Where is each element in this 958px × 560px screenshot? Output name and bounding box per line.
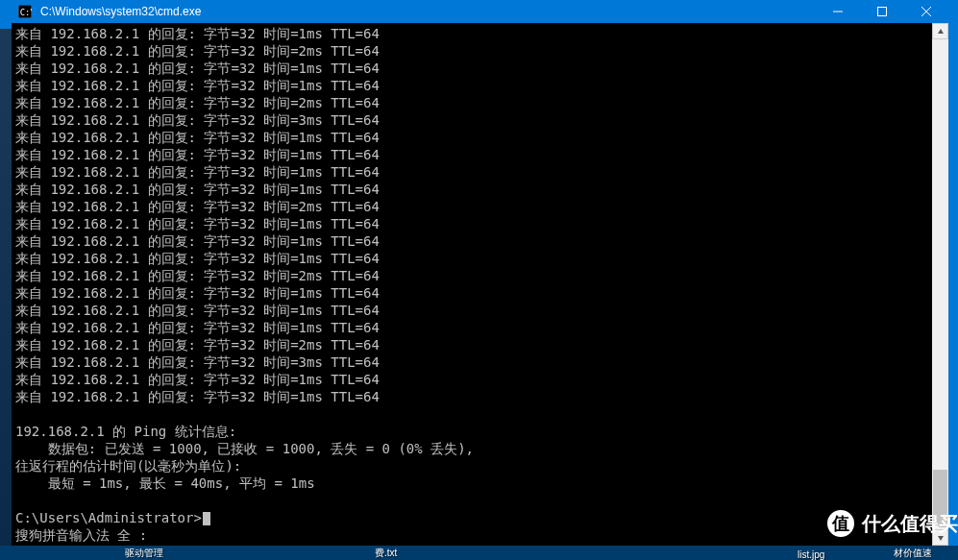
taskbar-item[interactable]: 驱动管理 — [125, 547, 163, 560]
window-controls — [816, 0, 948, 23]
ime-status: 搜狗拼音输入法 全 : — [15, 526, 928, 544]
minimize-button[interactable] — [816, 0, 860, 23]
prompt-path: C:\Users\Administrator> — [15, 510, 202, 525]
maximize-button[interactable] — [860, 0, 904, 23]
scroll-up-button[interactable] — [932, 23, 948, 39]
cursor — [203, 512, 210, 525]
svg-text:C:\: C:\ — [20, 8, 32, 17]
desktop-left-strip — [0, 29, 12, 546]
taskbar-item[interactable]: 费.txt — [375, 547, 397, 560]
scrollbar[interactable] — [932, 23, 948, 546]
terminal-area: 来自 192.168.2.1 的回复: 字节=32 时间=1ms TTL=64 … — [12, 23, 948, 546]
terminal-output[interactable]: 来自 192.168.2.1 的回复: 字节=32 时间=1ms TTL=64 … — [12, 23, 932, 546]
titlebar[interactable]: C:\ C:\Windows\system32\cmd.exe — [12, 0, 948, 23]
svg-marker-6 — [938, 29, 944, 34]
taskbar[interactable]: 驱动管理 费.txt list.jpg 材价值速 — [0, 546, 958, 560]
taskbar-item[interactable]: list.jpg — [798, 549, 824, 560]
svg-marker-7 — [938, 536, 944, 541]
scroll-thumb[interactable] — [933, 470, 947, 527]
taskbar-item[interactable]: 材价值速 — [894, 547, 932, 560]
cmd-icon: C:\ — [17, 4, 33, 19]
scroll-track[interactable] — [932, 39, 948, 529]
svg-rect-3 — [878, 8, 887, 16]
close-button[interactable] — [904, 0, 948, 23]
cmd-window: C:\ C:\Windows\system32\cmd.exe 来自 192.1… — [12, 0, 948, 546]
window-title: C:\Windows\system32\cmd.exe — [38, 5, 201, 18]
scroll-down-button[interactable] — [932, 529, 948, 546]
